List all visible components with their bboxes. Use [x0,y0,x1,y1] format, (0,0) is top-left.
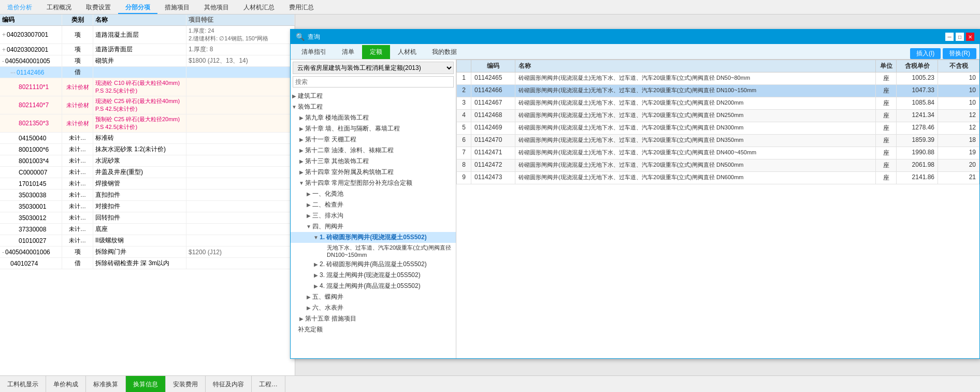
tree-item-ch12[interactable]: ▶ 第十二章 油漆、涂料、裱糊工程 [291,145,456,156]
cell-feature [186,190,295,200]
result-num: 5 [457,122,471,135]
table-row[interactable]: 8021140*7 未计价材 现浇砼 C25 碎石(最大粒径40mm) P.S … [0,96,295,114]
nav-other-items[interactable]: 其他项目 [197,0,236,14]
tab-labor-material[interactable]: 人材机 [390,45,424,59]
nav-measures[interactable]: 措施项目 [157,0,197,14]
top-nav: 造价分析 工程概况 取费设置 分部分项 措施项目 其他项目 人材机汇总 费用汇总 [0,0,980,14]
tab-standard-calc[interactable]: 标准换算 [86,376,126,392]
table-row[interactable]: C0000007 未计… 井盖及井座(重型) [0,167,295,178]
tree-search-input[interactable] [293,76,454,88]
expand-icon[interactable]: + [2,31,6,38]
tab-install-fee[interactable]: 安装费用 [166,376,206,392]
tree-item-concrete-commercial[interactable]: ▶ 4. 混凝土闸阀井(商品混凝土05S502) [291,281,456,292]
tab-my-data[interactable]: 我的数据 [424,45,465,59]
result-row[interactable]: 9 01142473 砖砌圆形闸阀井(现浇混凝土)无地下水、过车道、汽车20级重… [457,172,979,184]
maximize-button[interactable]: □ [956,33,964,41]
tree-item-ch15[interactable]: ▶ 第十五章 措施项目 [291,313,456,324]
tab-quota[interactable]: 定额 [362,45,390,59]
left-table-area: 编码 类别 名称 项目特征 + 040203007001 项 道路混凝土面层 1… [0,14,295,375]
cell-code: - 0405040001006 [0,246,62,257]
expand-icon[interactable]: - [2,249,4,256]
tree-item-ch14b[interactable]: ▼ 第十四章 常用定型图部分补充综合定额 [291,178,456,188]
tree-item-butterfly-valve[interactable]: ▶ 五、蝶阀井 [291,292,456,302]
tab-project-more[interactable]: 工程… [252,376,285,392]
tree-item-label: 第十一章 天棚工程 [305,135,454,144]
tree-item-water-meter[interactable]: ▶ 六、水表井 [291,302,456,313]
tab-list[interactable]: 清单 [334,45,362,59]
table-row[interactable]: - 0405040001006 项 拆除阀门井 $1200 (J12) [0,246,295,258]
tab-calc-info[interactable]: 换算信息 [126,376,166,392]
window-buttons: ─ □ ✕ [945,33,974,41]
tree-item-ch14a[interactable]: ▶ 第十四章 室外附属及构筑物工程 [291,167,456,178]
tab-feature-content[interactable]: 特征及内容 [206,376,252,392]
tree-item-drainage[interactable]: ▶ 三、排水沟 [291,210,456,221]
tree-item-ch10[interactable]: ▶ 第十章 墙、柱面与隔断、幕墙工程 [291,123,456,134]
tab-labor-display[interactable]: 工料机显示 [0,376,46,392]
tree-item-decoration[interactable]: ▼ 装饰工程 [291,101,456,112]
result-price-notax: 10 [938,97,979,110]
tree-item-brick-round-valve-precast[interactable]: ▼ 1. 砖砌圆形闸阀井(现浇混凝土05S502) [291,232,456,243]
tree-item-label: 建筑工程 [298,92,454,100]
tree-item-septic[interactable]: ▶ 一、化粪池 [291,188,456,199]
table-row[interactable]: 8001000*6 未计… 抹灰水泥砂浆 1:2(未计价) [0,144,295,155]
table-row[interactable]: 8021350*3 未计价材 预制砼 C25 碎石(最大粒径20mm) P.S … [0,114,295,133]
result-row[interactable]: 6 01142470 砖砌圆形闸阀井(现浇混凝土)无地下水、过车道、汽车20级重… [457,135,979,147]
result-unit: 座 [876,147,897,159]
cell-type: 未计价材 [62,96,93,114]
tree-item-concrete-precast[interactable]: ▶ 3. 混凝土闸阀井(现浇混凝土05S502) [291,270,456,281]
tree-item-ch9[interactable]: ▶ 第九章 楼地面装饰工程 [291,112,456,123]
result-row[interactable]: 8 01142472 砖砌圆形闸阀井(现浇混凝土)无地下水、过车道、汽车20级重… [457,159,979,172]
tab-list-guide[interactable]: 清单指引 [294,45,334,59]
expand-icon[interactable]: - [2,57,4,65]
result-row[interactable]: 1 01142465 砖砌圆形闸阀井(现浇混凝土)无地下水、过车道、汽车20级重… [457,72,979,85]
tree-item-ch11[interactable]: ▶ 第十一章 天棚工程 [291,134,456,145]
table-row[interactable]: 35030012 未计… 回转扣件 [0,212,295,224]
table-row[interactable]: 8001003*4 未计… 水泥砂浆 [0,155,295,167]
cell-name: 预制砼 C25 碎石(最大粒径20mm) P.S 42.5(未计价) [93,114,186,132]
tree-item-valve-well[interactable]: ▼ 四、闸阀井 [291,221,456,232]
table-row[interactable]: ··· 01142466 借 [0,67,295,78]
nav-project-overview[interactable]: 工程概况 [39,0,79,14]
nav-labor-summary[interactable]: 人材机汇总 [236,0,282,14]
nav-cost-analysis[interactable]: 造价分析 [0,0,39,14]
table-row[interactable]: 04010274 借 拆除砖砌检查井 深 3m以内 [0,258,295,269]
table-row[interactable]: 01010027 未计… II级螺纹钢 [0,235,295,246]
nav-section-items[interactable]: 分部分项 [118,0,157,14]
result-name: 砖砌圆形闸阀井(现浇混凝土)无地下水、过车道、汽车20级重车(立式)闸阀直径 D… [515,85,876,97]
table-row[interactable]: 35030001 未计… 对接扣件 [0,201,295,212]
table-row[interactable]: 37330008 未计… 底座 [0,224,295,235]
table-row[interactable]: 8021110*1 未计价材 现浇砼 C10 碎石(最大粒径40mm) P.S … [0,78,295,96]
tab-unit-cost[interactable]: 单价构成 [46,376,86,392]
result-row[interactable]: 4 01142468 砖砌圆形闸阀井(现浇混凝土)无地下水、过车道、汽车20级重… [457,110,979,122]
tree-item-construction[interactable]: ▶ 建筑工程 [291,91,456,101]
tree-item-label: 第九章 楼地面装饰工程 [305,113,454,122]
table-row[interactable]: 04150040 未计… 标准砖 [0,133,295,144]
minimize-button[interactable]: ─ [945,33,954,41]
table-row[interactable]: 17010145 未计… 焊接钢管 [0,178,295,190]
insert-button[interactable]: 插入(I) [910,48,941,59]
result-row[interactable]: 7 01142471 砖砌圆形闸阀井(现浇混凝土)无地下水、过车道、汽车20级重… [457,147,979,159]
cell-type: 未计… [62,167,93,178]
tree-item-ch13[interactable]: ▶ 第十三章 其他装饰工程 [291,156,456,167]
quota-selector[interactable]: 云南省房屋建筑与装饰工程消耗量定额(2013) [293,62,454,74]
result-row[interactable]: 3 01142467 砖砌圆形闸阀井(现浇混凝土)无地下水、过车道、汽车20级重… [457,97,979,110]
tree-item-valve-desc: 无地下水、过车道、汽车20级重车(立式)闸阀直径 DN100~150mm [291,243,456,259]
expand-icon[interactable]: + [2,46,6,53]
tree-item-inspection-well[interactable]: ▶ 二、检查井 [291,199,456,210]
cell-type: 项 [62,26,93,43]
chevron-right-icon: ▶ [305,305,312,311]
table-row[interactable]: - 0405040001005 项 砌筑井 $1800 (J12、13、14) [0,55,295,67]
result-row[interactable]: 2 01142466 砖砌圆形闸阀井(现浇混凝土)无地下水、过车道、汽车20级重… [457,85,979,97]
close-button[interactable]: ✕ [966,33,974,41]
tree-item-supplemental[interactable]: 补充定额 [291,324,456,335]
nav-fee-summary[interactable]: 费用汇总 [282,0,321,14]
table-row[interactable]: + 040203007001 项 道路混凝土面层 1.厚度: 242.缝缝材料:… [0,26,295,44]
tree-item-brick-commercial[interactable]: ▶ 2. 砖砌圆形闸阀井(商品混凝土05S502) [291,259,456,270]
result-price-tax: 1278.46 [897,122,938,135]
table-row[interactable]: + 040203002001 项 道路沥青面层 1.厚度: 8 [0,44,295,55]
table-row[interactable]: 35030038 未计… 直扣扣件 [0,190,295,201]
result-row[interactable]: 5 01142469 砖砌圆形闸阀井(现浇混凝土)无地下水、过车道、汽车20级重… [457,122,979,135]
replace-button[interactable]: 替换(R) [943,48,976,59]
nav-fee-settings[interactable]: 取费设置 [79,0,118,14]
result-code: 01142466 [471,85,515,97]
